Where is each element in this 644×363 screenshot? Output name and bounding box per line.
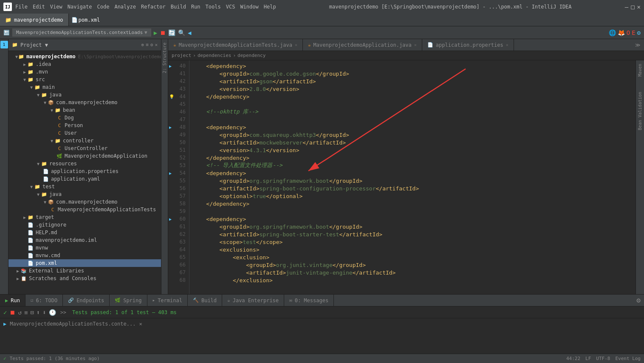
- editor-tab-main[interactable]: ☕ MavenprojectdemoApplication.java ✕: [303, 39, 422, 51]
- list-item[interactable]: 📄 application.properties: [8, 167, 161, 175]
- settings-gear-icon[interactable]: ⚙: [633, 296, 644, 304]
- list-item[interactable]: ▼ 📁 test: [8, 183, 161, 190]
- history-icon[interactable]: 🕐: [49, 309, 56, 316]
- list-item[interactable]: 🌿 MavenprojectdemoApplication: [8, 152, 161, 160]
- list-item[interactable]: ▼ 📁 java: [8, 190, 161, 198]
- bean-validation-panel-label[interactable]: Bean Validation: [637, 88, 643, 133]
- more-tabs-icon[interactable]: ≫: [632, 42, 644, 48]
- breadcrumb-project[interactable]: project: [172, 53, 191, 58]
- code-content[interactable]: <dependency> <groupId>com.google.code.gs…: [189, 60, 636, 294]
- sync-icon[interactable]: ⊕: [141, 42, 144, 48]
- project-tab[interactable]: 📁 mavenprojectdemo: [0, 14, 69, 26]
- todo-tab[interactable]: ☑ 6: TODO: [25, 295, 63, 306]
- back-button[interactable]: ◀: [188, 29, 191, 36]
- project-panel-toggle[interactable]: 1: [0, 41, 8, 48]
- restart-icon[interactable]: ↺: [18, 309, 21, 316]
- menu-code[interactable]: Code: [97, 4, 110, 10]
- close-tab-icon[interactable]: ✕: [414, 43, 417, 47]
- list-item[interactable]: 📄 application.yaml: [8, 175, 161, 183]
- window-controls[interactable]: — □ ✕: [625, 3, 641, 10]
- list-item[interactable]: ▼ 📁 src: [8, 76, 161, 83]
- panel-header-actions[interactable]: ⊕ ≡ ⚙ ✕: [141, 42, 158, 48]
- menu-edit[interactable]: Edit: [33, 4, 45, 10]
- list-item[interactable]: C MavenprojectdemoApplicationTests: [8, 206, 161, 213]
- list-item[interactable]: C User: [8, 129, 161, 137]
- firefox-icon[interactable]: 🦊: [618, 29, 625, 36]
- list-item[interactable]: C Person: [8, 122, 161, 129]
- breadcrumb-dependencies[interactable]: dependencies: [198, 53, 231, 58]
- list-item[interactable]: ▼ 📁 main: [8, 83, 161, 91]
- close-button[interactable]: ✕: [637, 3, 641, 10]
- menu-analyze[interactable]: Analyze: [114, 4, 136, 10]
- collapse-icon[interactable]: ≡: [146, 42, 149, 48]
- run-button[interactable]: ▶: [154, 29, 157, 36]
- menu-bar[interactable]: File Edit View Navigate Code Analyze Ref…: [15, 4, 276, 10]
- sort-icon[interactable]: ≡: [24, 309, 28, 316]
- bulb-gutter-icon[interactable]: 💡: [169, 94, 174, 99]
- tree-root[interactable]: ▼ 📁 mavenprojectdemo E:\Springboot\maven…: [8, 53, 161, 60]
- encoding[interactable]: UTF-8: [596, 356, 610, 361]
- run-tab[interactable]: ▶ Run: [0, 295, 25, 306]
- list-item[interactable]: 📄 mvnw: [8, 244, 161, 252]
- maximize-button[interactable]: □: [631, 3, 634, 10]
- list-item[interactable]: 📄 mvnw.cmd: [8, 252, 161, 259]
- list-item[interactable]: 📄 HELP.md: [8, 229, 161, 236]
- settings-icon[interactable]: ⚙: [637, 29, 641, 36]
- pom-xml-item[interactable]: 📄 pom.xml: [8, 259, 161, 267]
- list-item[interactable]: ▼ 📁 bean: [8, 106, 161, 114]
- run-gutter-icon[interactable]: ▶: [169, 64, 172, 68]
- close-tab-icon[interactable]: ✕: [295, 43, 297, 47]
- chrome-icon[interactable]: 🌐: [609, 29, 616, 36]
- coverage-button[interactable]: 🔍: [178, 29, 185, 36]
- settings-icon[interactable]: ⚙: [150, 42, 153, 48]
- menu-view[interactable]: View: [50, 4, 62, 10]
- run-tab-close[interactable]: ✕: [139, 321, 142, 327]
- java-enterprise-tab[interactable]: ☕ Java Enterprise: [222, 295, 284, 306]
- menu-vcs[interactable]: VCS: [226, 4, 235, 10]
- filter-icon[interactable]: ⊟: [30, 309, 34, 316]
- close-panel-icon[interactable]: ✕: [155, 42, 158, 48]
- active-file-tab[interactable]: pom.xml: [79, 17, 100, 23]
- list-item[interactable]: ▼ 📦 com.mavenprojectdemo: [8, 99, 161, 106]
- list-item[interactable]: ▼ 📦 com.mavenprojectdemo: [8, 198, 161, 206]
- spring-tab[interactable]: 🌿 Spring: [110, 295, 147, 306]
- menu-tools[interactable]: Tools: [206, 4, 221, 10]
- structure-panel-toggle[interactable]: 2: Structure: [161, 39, 168, 294]
- external-libraries-item[interactable]: ▶ 📚 External Libraries: [8, 267, 161, 275]
- run-gutter-icon[interactable]: ▶: [169, 171, 172, 176]
- list-item[interactable]: ▼ 📁 java: [8, 91, 161, 99]
- run-config-dropdown[interactable]: MavenprojectdemoApplicationTests.context…: [12, 28, 151, 37]
- minimize-button[interactable]: —: [625, 3, 628, 10]
- collapse-icon[interactable]: ⬇: [42, 309, 46, 316]
- cursor-position[interactable]: 44:22: [566, 356, 580, 361]
- terminal-tab[interactable]: ▸ Terminal: [147, 295, 188, 306]
- list-item[interactable]: ▶ 📁 target: [8, 213, 161, 221]
- endpoints-tab[interactable]: 🔗 Endpoints: [63, 295, 110, 306]
- opera-icon[interactable]: O: [627, 29, 630, 36]
- edge-icon[interactable]: E: [632, 29, 635, 36]
- list-item[interactable]: ▶ 📁 .mvn: [8, 68, 161, 76]
- close-tab-icon[interactable]: ✕: [506, 43, 508, 47]
- list-item[interactable]: 📄 mavenprojectdemo.iml: [8, 236, 161, 244]
- list-item[interactable]: C UserController: [8, 145, 161, 152]
- list-item[interactable]: 📄 .gitignore: [8, 221, 161, 229]
- menu-build[interactable]: Build: [171, 4, 186, 10]
- build-tab[interactable]: 🔨 Build: [188, 295, 222, 306]
- menu-refactor[interactable]: Refactor: [141, 4, 166, 10]
- run-gutter-icon[interactable]: ▶: [169, 125, 172, 130]
- messages-tab[interactable]: ✉ 0: Messages: [284, 295, 334, 306]
- list-item[interactable]: ▼ 📁 resources: [8, 160, 161, 167]
- maven-panel-label[interactable]: Maven: [637, 60, 643, 80]
- rerun-test-icon[interactable]: ✓: [3, 309, 7, 316]
- expand-icon[interactable]: ⬆: [37, 309, 40, 316]
- run-gutter-icon[interactable]: ▶: [169, 217, 172, 221]
- event-log[interactable]: Event Log: [615, 356, 641, 361]
- menu-file[interactable]: File: [15, 4, 28, 10]
- code-editor[interactable]: ▶40 41 42 43 💡44 45 46 47 ▶48 49 50 51 5…: [168, 60, 644, 294]
- breadcrumb-dependency[interactable]: dependency: [237, 53, 266, 58]
- editor-tab-properties[interactable]: 📄 application.properties ✕: [422, 39, 514, 51]
- menu-run[interactable]: Run: [191, 4, 201, 10]
- reload-button[interactable]: 🔄: [168, 29, 175, 36]
- list-item[interactable]: ▼ 📁 controller: [8, 137, 161, 145]
- stop-button[interactable]: ⏹: [160, 29, 166, 36]
